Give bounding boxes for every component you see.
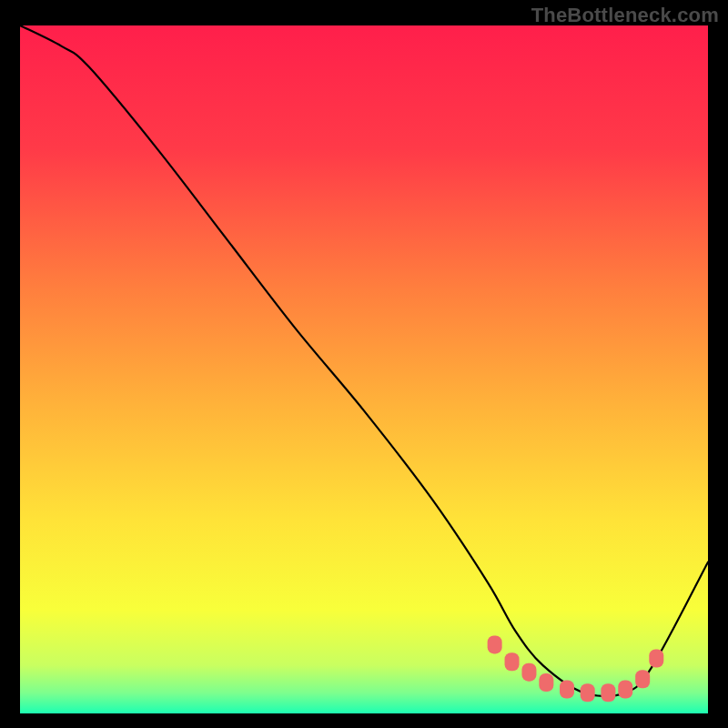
chart-frame: TheBottleneck.com: [0, 0, 728, 728]
valley-marker: [560, 681, 574, 699]
valley-marker: [601, 683, 615, 702]
valley-marker: [505, 652, 520, 671]
chart-svg: [20, 25, 708, 713]
watermark-text: TheBottleneck.com: [531, 4, 719, 27]
valley-marker: [649, 650, 663, 668]
valley-marker: [635, 670, 650, 688]
valley-marker: [521, 663, 536, 682]
valley-marker: [488, 635, 502, 653]
valley-marker: [581, 683, 595, 702]
gradient-background: [20, 25, 708, 713]
valley-marker: [618, 681, 632, 699]
valley-marker: [539, 673, 553, 692]
plot-area: [20, 25, 708, 713]
